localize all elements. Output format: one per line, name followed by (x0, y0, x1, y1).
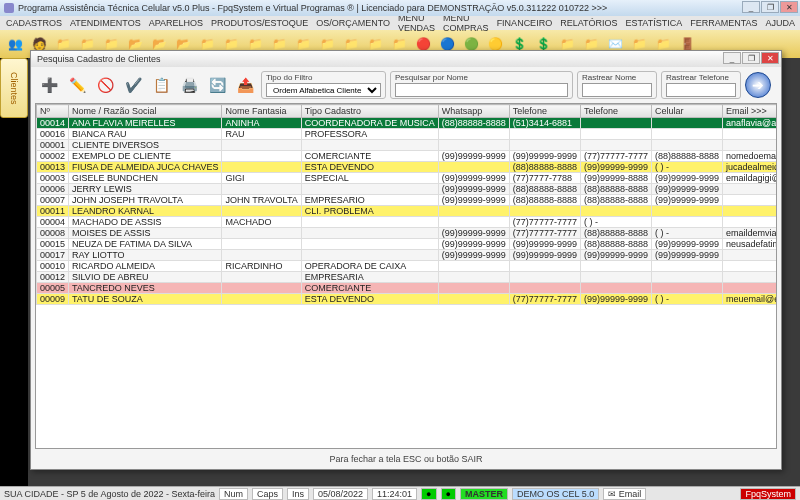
table-cell: 00002 (37, 151, 69, 162)
close-button[interactable]: ✕ (780, 1, 798, 13)
column-header[interactable]: Celular (651, 105, 722, 118)
table-cell: (88)88888-8888 (580, 184, 651, 195)
table-row[interactable]: 00009TATU DE SOUZAESTA DEVENDO(77)77777-… (37, 294, 778, 305)
menu-aparelhos[interactable]: APARELHOS (149, 18, 203, 28)
table-row[interactable]: 00008MOISES DE ASSIS(99)99999-9999(77)77… (37, 228, 778, 239)
table-cell (222, 162, 301, 173)
table-cell: 00013 (37, 162, 69, 173)
table-row[interactable]: 00005TANCREDO NEVESCOMERCIANTE (37, 283, 778, 294)
menu-estatistica[interactable]: ESTATÍSTICA (626, 18, 683, 28)
table-cell (651, 283, 722, 294)
menu-produtos[interactable]: PRODUTOS/ESTOQUE (211, 18, 308, 28)
table-cell (222, 294, 301, 305)
table-cell: CLIENTE DIVERSOS (69, 140, 222, 151)
status-fpq[interactable]: FpqSystem (740, 488, 796, 500)
table-cell (301, 140, 438, 151)
menu-financeiro[interactable]: FINANCEIRO (497, 18, 553, 28)
table-row[interactable]: 00001CLIENTE DIVERSOS (37, 140, 778, 151)
menu-ajuda[interactable]: AJUDA (766, 18, 796, 28)
new-icon[interactable]: ➕ (37, 73, 61, 97)
delete-icon[interactable]: 🚫 (93, 73, 117, 97)
copy-icon[interactable]: 📋 (149, 73, 173, 97)
table-row[interactable]: 00012SILVIO DE ABREUEMPRESARIA (37, 272, 778, 283)
menu-ferramentas[interactable]: FERRAMENTAS (690, 18, 757, 28)
side-tab-clientes[interactable]: Clientes (0, 58, 28, 118)
table-row[interactable]: 00013FIUSA DE ALMEIDA JUCA CHAVESESTA DE… (37, 162, 778, 173)
filter-select[interactable]: Ordem Alfabetica Cliente (266, 83, 381, 97)
table-cell: (51)3414-6881 (509, 118, 580, 129)
table-cell: ANA FLAVIA MEIRELLES (69, 118, 222, 129)
table-cell: 00003 (37, 173, 69, 184)
table-cell: ( ) - (580, 217, 651, 228)
column-header[interactable]: Telefone (580, 105, 651, 118)
table-cell (651, 129, 722, 140)
track-name-input[interactable] (582, 83, 652, 97)
table-row[interactable]: 00014ANA FLAVIA MEIRELLESANINHACOORDENAD… (37, 118, 778, 129)
table-row[interactable]: 00002EXEMPLO DE CLIENTECOMERCIANTE(99)99… (37, 151, 778, 162)
dialog-window-buttons: _ ❐ ✕ (723, 52, 779, 64)
table-cell (651, 217, 722, 228)
table-row[interactable]: 00011LEANDRO KARNALCLI. PROBLEMA (37, 206, 778, 217)
export-icon[interactable]: 📤 (233, 73, 257, 97)
edit-icon[interactable]: ✏️ (65, 73, 89, 97)
table-cell: 00009 (37, 294, 69, 305)
menu-os[interactable]: OS/ORÇAMENTO (316, 18, 390, 28)
search-box: Pesquisar por Nome (390, 71, 573, 99)
table-cell (438, 283, 509, 294)
table-cell: 00010 (37, 261, 69, 272)
table-row[interactable]: 00007JOHN JOSEPH TRAVOLTAJOHN TRAVOLTAEM… (37, 195, 778, 206)
column-header[interactable]: Telefone (509, 105, 580, 118)
go-button[interactable]: ➔ (745, 72, 771, 98)
table-cell: EMPRESARIA (301, 272, 438, 283)
table-cell: RICARDO ALMEIDA (69, 261, 222, 272)
save-icon[interactable]: ✔️ (121, 73, 145, 97)
menu-compras[interactable]: MENU COMPRAS (443, 13, 489, 33)
table-cell: 00017 (37, 250, 69, 261)
tool-icon-1[interactable]: 👥 (4, 33, 26, 55)
status-num: Num (219, 488, 248, 500)
menu-vendas[interactable]: MENU VENDAS (398, 13, 435, 33)
status-email[interactable]: ✉ Email (603, 488, 646, 500)
table-row[interactable]: 00006JERRY LEWIS(99)99999-9999(88)88888-… (37, 184, 778, 195)
table-cell (580, 283, 651, 294)
table-cell: (99)99999-9999 (651, 239, 722, 250)
search-input[interactable] (395, 83, 568, 97)
table-row[interactable]: 00015NEUZA DE FATIMA DA SILVA(99)99999-9… (37, 239, 778, 250)
column-header[interactable]: Whatsapp (438, 105, 509, 118)
column-header[interactable]: Nº (37, 105, 69, 118)
table-row[interactable]: 00010RICARDO ALMEIDARICARDINHOOPERADORA … (37, 261, 778, 272)
table-cell: (77)77777-7777 (509, 228, 580, 239)
table-cell: COORDENADORA DE MUSICA (301, 118, 438, 129)
menu-relatorios[interactable]: RELATÓRIOS (560, 18, 617, 28)
minimize-button[interactable]: _ (742, 1, 760, 13)
table-row[interactable]: 00003GISELE BUNDCHENGIGIESPECIAL(99)9999… (37, 173, 778, 184)
table-row[interactable]: 00016BIANCA RAURAUPROFESSORA (37, 129, 778, 140)
table-cell (509, 272, 580, 283)
dialog-maximize[interactable]: ❐ (742, 52, 760, 64)
table-cell (438, 162, 509, 173)
dialog-close[interactable]: ✕ (761, 52, 779, 64)
track-phone-input[interactable] (666, 83, 736, 97)
dialog-minimize[interactable]: _ (723, 52, 741, 64)
table-cell: (88)88888-8888 (509, 162, 580, 173)
maximize-button[interactable]: ❐ (761, 1, 779, 13)
table-cell (509, 261, 580, 272)
column-header[interactable]: Tipo Cadastro (301, 105, 438, 118)
sidetab-label: Clientes (9, 72, 19, 105)
table-cell: (99)99999-8888 (580, 173, 651, 184)
table-cell (580, 118, 651, 129)
status-conn1: ● (421, 488, 436, 500)
column-header[interactable]: Nome Fantasia (222, 105, 301, 118)
table-cell (222, 283, 301, 294)
menu-atendimentos[interactable]: ATENDIMENTOS (70, 18, 141, 28)
column-header[interactable]: Nome / Razão Social (69, 105, 222, 118)
refresh-icon[interactable]: 🔄 (205, 73, 229, 97)
table-row[interactable]: 00004MACHADO DE ASSISMACHADO(77)77777-77… (37, 217, 778, 228)
column-header[interactable]: Email >>> (723, 105, 777, 118)
results-grid[interactable]: NºNome / Razão SocialNome FantasiaTipo C… (35, 103, 777, 449)
table-cell (651, 118, 722, 129)
table-row[interactable]: 00017RAY LIOTTO(99)99999-9999(99)99999-9… (37, 250, 778, 261)
table-cell: (99)99999-9999 (509, 250, 580, 261)
print-icon[interactable]: 🖨️ (177, 73, 201, 97)
menu-cadastros[interactable]: CADASTROS (6, 18, 62, 28)
